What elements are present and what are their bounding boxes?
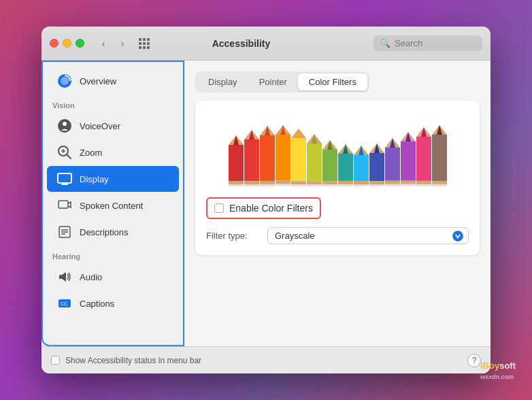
tabs-bar: Display Pointer Color Filters [195, 71, 369, 93]
filter-type-select[interactable]: Grayscale Red/Green Filter Green/Red Fil… [267, 227, 469, 244]
sidebar-item-spoken-content[interactable]: Spoken Content [47, 193, 179, 218]
pencil [354, 146, 369, 186]
sidebar: Overview Vision VoiceOver Zoom [41, 61, 184, 346]
svg-rect-43 [291, 184, 306, 186]
sidebar-item-audio[interactable]: Audio [47, 264, 179, 290]
filter-type-label: Filter type: [206, 231, 261, 241]
sidebar-label-spoken-content: Spoken Content [80, 201, 143, 211]
svg-rect-58 [338, 184, 353, 186]
svg-point-1 [61, 77, 69, 85]
hearing-header: Hearing [43, 246, 183, 263]
search-input[interactable] [395, 38, 476, 48]
svg-rect-76 [401, 141, 416, 181]
maximize-button[interactable] [76, 39, 84, 48]
svg-rect-66 [369, 153, 384, 181]
svg-rect-46 [307, 144, 322, 181]
right-panel: Display Pointer Color Filters [184, 61, 491, 346]
sidebar-item-captions[interactable]: CC Captions [47, 290, 179, 316]
help-button[interactable]: ? [467, 354, 481, 367]
back-button[interactable]: ‹ [95, 35, 112, 52]
titlebar: ‹ › Accessibility 🔍 [41, 27, 491, 61]
svg-rect-38 [276, 184, 290, 186]
svg-rect-71 [385, 148, 400, 181]
minimize-button[interactable] [63, 39, 71, 48]
svg-rect-83 [416, 184, 431, 186]
pencil-row [229, 125, 447, 186]
svg-rect-23 [229, 184, 244, 186]
display-icon [56, 171, 73, 187]
sidebar-label-descriptions: Descriptions [80, 227, 129, 237]
overview-icon [56, 73, 73, 89]
svg-rect-81 [416, 137, 431, 181]
pencil [338, 144, 353, 186]
sidebar-label-display: Display [80, 174, 109, 184]
window-title: Accessibility [114, 38, 368, 49]
svg-rect-48 [307, 184, 322, 186]
accessibility-status-checkbox[interactable] [51, 356, 60, 365]
audio-icon [56, 269, 73, 285]
svg-rect-67 [369, 181, 384, 184]
svg-rect-33 [260, 184, 275, 186]
pencil [369, 144, 384, 186]
pencil [432, 125, 447, 186]
svg-line-5 [67, 154, 71, 159]
accessibility-status-label: Show Accessibility status in menu bar [65, 356, 467, 365]
sidebar-label-voiceover: VoiceOver [80, 121, 120, 131]
sidebar-item-display[interactable]: Display [47, 166, 179, 192]
svg-text:CC: CC [61, 301, 67, 306]
svg-rect-31 [260, 135, 275, 181]
svg-rect-41 [291, 138, 306, 181]
svg-rect-42 [291, 181, 306, 184]
sidebar-label-zoom: Zoom [80, 148, 102, 158]
svg-rect-36 [276, 135, 290, 181]
sidebar-label-overview: Overview [80, 76, 116, 86]
svg-rect-61 [354, 155, 369, 181]
zoom-icon [56, 144, 73, 161]
pencils-image [206, 112, 469, 186]
voiceover-icon [56, 118, 73, 134]
enable-color-filters-checkbox[interactable] [214, 203, 224, 213]
enable-color-filters-label: Enable Color Filters [229, 203, 313, 214]
svg-rect-68 [369, 184, 384, 186]
descriptions-icon [56, 224, 73, 240]
pencil [385, 138, 400, 186]
pencil [244, 130, 259, 186]
svg-rect-51 [322, 150, 337, 181]
svg-rect-52 [322, 181, 337, 184]
vision-header: Vision [43, 95, 183, 112]
svg-rect-63 [354, 184, 369, 186]
tab-color-filters[interactable]: Color Filters [298, 73, 367, 90]
pencil [322, 140, 337, 186]
sidebar-item-voiceover[interactable]: VoiceOver [47, 113, 179, 139]
pencil [260, 126, 275, 186]
sidebar-item-zoom[interactable]: Zoom [47, 139, 179, 165]
main-content: Overview Vision VoiceOver Zoom [41, 61, 491, 346]
svg-rect-77 [401, 181, 416, 184]
footer: Show Accessibility status in menu bar ? [41, 346, 491, 373]
filter-type-row: Filter type: Grayscale Red/Green Filter … [206, 227, 469, 244]
svg-rect-27 [244, 181, 259, 184]
svg-rect-88 [432, 184, 447, 186]
sidebar-item-overview[interactable]: Overview [47, 68, 179, 94]
pencil [401, 132, 416, 186]
pencil [416, 127, 431, 186]
svg-rect-53 [322, 184, 337, 186]
tab-pointer[interactable]: Pointer [248, 73, 298, 90]
pencil [276, 125, 290, 186]
svg-rect-8 [58, 173, 71, 183]
watermark: iBoysoftwsxdn.com [480, 361, 516, 381]
pencil [229, 135, 244, 186]
main-window: ‹ › Accessibility 🔍 Overview Vision [41, 27, 491, 373]
svg-rect-62 [354, 181, 369, 184]
pencil [307, 134, 322, 186]
close-button[interactable] [50, 39, 59, 48]
sidebar-item-descriptions[interactable]: Descriptions [47, 219, 179, 245]
search-bar[interactable]: 🔍 [373, 35, 482, 51]
tab-display[interactable]: Display [197, 73, 248, 90]
svg-point-3 [63, 122, 67, 126]
svg-rect-22 [229, 181, 244, 184]
pencil [291, 129, 306, 186]
svg-rect-47 [307, 181, 322, 184]
svg-rect-21 [229, 145, 244, 181]
svg-rect-82 [416, 181, 431, 184]
